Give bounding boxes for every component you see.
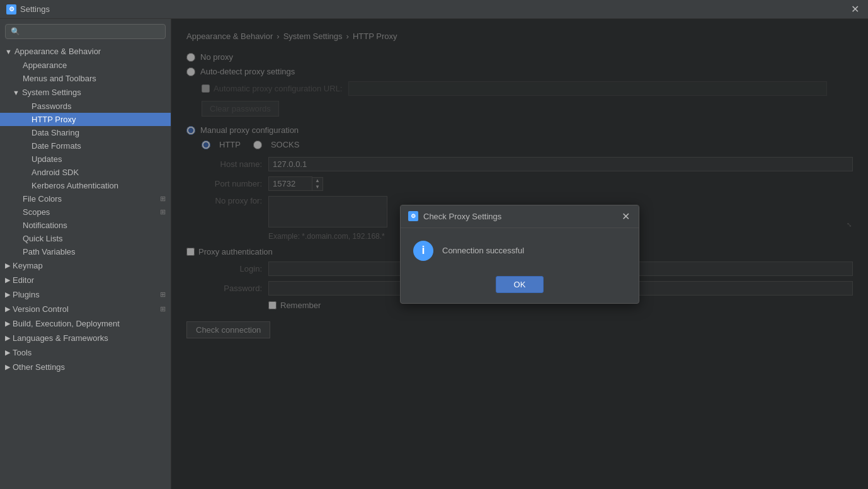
sidebar-item-updates[interactable]: Updates bbox=[0, 152, 171, 166]
copy-icon: ⊞ bbox=[160, 291, 166, 299]
sidebar-group-label: Editor bbox=[13, 275, 34, 285]
sidebar-group-label: Tools bbox=[13, 348, 31, 357]
chevron-down-icon: ▼ bbox=[13, 89, 20, 96]
sidebar-item-menus-toolbars[interactable]: Menus and Toolbars bbox=[0, 72, 171, 85]
chevron-right-icon: ▶ bbox=[5, 348, 10, 357]
search-box[interactable]: 🔍 bbox=[5, 24, 166, 39]
sidebar-item-appearance[interactable]: Appearance bbox=[0, 59, 171, 72]
sidebar-group-label: Appearance & Behavior bbox=[14, 47, 101, 56]
app-icon: ⚙ bbox=[6, 4, 16, 14]
chevron-right-icon: ▶ bbox=[5, 276, 10, 284]
sidebar-item-passwords[interactable]: Passwords bbox=[0, 100, 171, 113]
modal-message: Connection successful bbox=[442, 246, 524, 255]
chevron-right-icon: ▶ bbox=[5, 305, 10, 313]
modal-close-button[interactable]: ✕ bbox=[620, 210, 631, 222]
sidebar-item-plugins[interactable]: ▶ Plugins ⊞ bbox=[0, 287, 171, 302]
chevron-right-icon: ▶ bbox=[5, 291, 10, 299]
modal-ok-button[interactable]: OK bbox=[496, 276, 544, 293]
sidebar: 🔍 ▼ Appearance & Behavior Appearance Men… bbox=[0, 19, 171, 489]
sidebar-item-path-variables[interactable]: Path Variables bbox=[0, 245, 171, 258]
info-icon: i bbox=[413, 241, 433, 261]
copy-icon: ⊞ bbox=[160, 195, 166, 203]
sidebar-group-label: System Settings bbox=[22, 88, 81, 97]
chevron-right-icon: ▶ bbox=[5, 363, 10, 371]
sidebar-group-label: Build, Execution, Deployment bbox=[13, 319, 120, 328]
copy-icon: ⊞ bbox=[160, 208, 166, 216]
chevron-right-icon: ▶ bbox=[5, 262, 10, 270]
sidebar-item-date-formats[interactable]: Date Formats bbox=[0, 139, 171, 152]
sidebar-item-quick-lists[interactable]: Quick Lists bbox=[0, 232, 171, 245]
modal-overlay: ⚙ Check Proxy Settings ✕ i Connection su… bbox=[171, 19, 868, 489]
sidebar-item-editor[interactable]: ▶ Editor bbox=[0, 273, 171, 287]
sidebar-item-system-settings[interactable]: ▼ System Settings bbox=[0, 85, 171, 100]
window-close-button[interactable]: ✕ bbox=[848, 3, 862, 15]
sidebar-item-languages[interactable]: ▶ Languages & Frameworks bbox=[0, 331, 171, 345]
modal-body: i Connection successful bbox=[401, 228, 639, 271]
sidebar-item-appearance-behavior[interactable]: ▼ Appearance & Behavior bbox=[0, 44, 171, 59]
right-panel: Appearance & Behavior › System Settings … bbox=[171, 19, 868, 489]
copy-icon: ⊞ bbox=[160, 305, 166, 313]
sidebar-group-label: Other Settings bbox=[13, 362, 65, 372]
check-proxy-modal: ⚙ Check Proxy Settings ✕ i Connection su… bbox=[400, 205, 639, 304]
chevron-down-icon: ▼ bbox=[5, 48, 12, 55]
sidebar-item-http-proxy[interactable]: HTTP Proxy bbox=[0, 113, 171, 126]
sidebar-item-kerberos[interactable]: Kerberos Authentication bbox=[0, 179, 171, 192]
sidebar-item-file-colors[interactable]: File Colors ⊞ bbox=[0, 192, 171, 205]
sidebar-item-scopes[interactable]: Scopes ⊞ bbox=[0, 205, 171, 219]
sidebar-item-data-sharing[interactable]: Data Sharing bbox=[0, 126, 171, 139]
sidebar-group-label: Keymap bbox=[13, 261, 43, 270]
sidebar-item-notifications[interactable]: Notifications bbox=[0, 219, 171, 232]
chevron-right-icon: ▶ bbox=[5, 319, 10, 328]
title-bar: ⚙ Settings ✕ bbox=[0, 0, 868, 19]
search-icon: 🔍 bbox=[11, 27, 20, 36]
sidebar-group-label: Languages & Frameworks bbox=[13, 333, 108, 343]
settings-window: ⚙ Settings ✕ 🔍 ▼ Appearance & Behavior A… bbox=[0, 0, 868, 489]
window-title: Settings bbox=[20, 4, 848, 14]
sidebar-item-build[interactable]: ▶ Build, Execution, Deployment bbox=[0, 316, 171, 331]
sidebar-item-version-control[interactable]: ▶ Version Control ⊞ bbox=[0, 302, 171, 316]
chevron-right-icon: ▶ bbox=[5, 334, 10, 342]
sidebar-item-other-settings[interactable]: ▶ Other Settings bbox=[0, 360, 171, 374]
sidebar-item-android-sdk[interactable]: Android SDK bbox=[0, 166, 171, 179]
search-input[interactable] bbox=[23, 27, 160, 36]
main-content: 🔍 ▼ Appearance & Behavior Appearance Men… bbox=[0, 19, 868, 489]
modal-title: Check Proxy Settings bbox=[423, 212, 615, 221]
modal-title-bar: ⚙ Check Proxy Settings ✕ bbox=[401, 205, 639, 228]
sidebar-group-label: Version Control bbox=[13, 304, 69, 314]
modal-app-icon: ⚙ bbox=[408, 211, 418, 221]
sidebar-item-keymap[interactable]: ▶ Keymap bbox=[0, 258, 171, 273]
sidebar-group-label: Plugins bbox=[13, 290, 40, 299]
modal-footer: OK bbox=[401, 271, 639, 303]
sidebar-item-tools[interactable]: ▶ Tools bbox=[0, 345, 171, 360]
